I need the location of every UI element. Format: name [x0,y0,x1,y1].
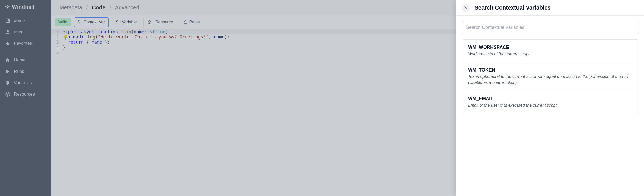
close-icon: ✕ [464,5,468,11]
modal-title: Search Contextual Variables [474,4,551,11]
context-var-modal: ✕ Search Contextual Variables WM_WORKSPA… [456,0,644,196]
close-button[interactable]: ✕ [462,4,470,12]
results-list: WM_WORKSPACEWorkspace id of the current … [462,39,639,114]
result-item[interactable]: WM_WORKSPACEWorkspace id of the current … [462,40,639,62]
result-item[interactable]: WM_EMAILEmail of the user that executed … [462,91,639,113]
search-input[interactable] [462,21,639,34]
result-name: WM_EMAIL [468,96,632,101]
result-desc: Workspace id of the current script [468,51,632,57]
result-desc: Token ephemeral to the current script wi… [468,74,632,85]
result-item[interactable]: WM_TOKENToken ephemeral to the current s… [462,62,639,91]
modal-header: ✕ Search Contextual Variables [456,0,644,16]
result-desc: Email of the user that executed the curr… [468,103,632,108]
modal-body: WM_WORKSPACEWorkspace id of the current … [456,16,644,119]
result-name: WM_TOKEN [468,67,632,73]
result-name: WM_WORKSPACE [468,45,632,50]
